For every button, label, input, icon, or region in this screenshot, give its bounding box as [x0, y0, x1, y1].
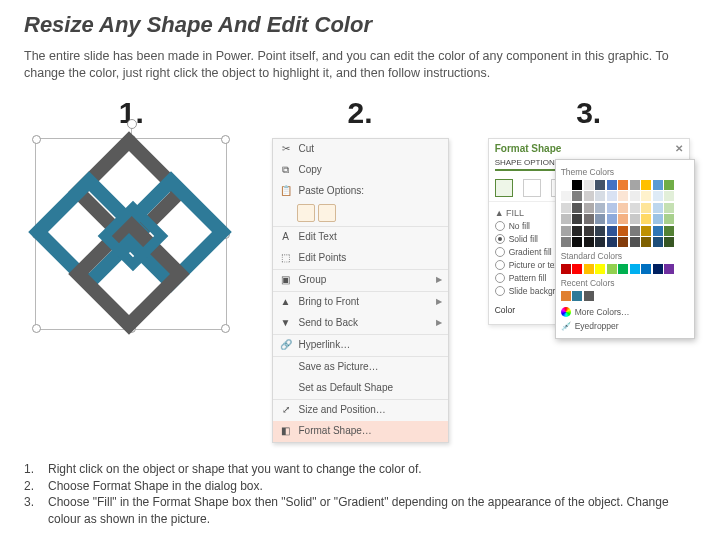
- color-swatch[interactable]: [584, 291, 594, 301]
- menu-hyperlink[interactable]: 🔗Hyperlink…: [273, 334, 448, 356]
- color-swatch[interactable]: [584, 226, 594, 236]
- paste-option-2[interactable]: [318, 204, 336, 222]
- color-swatch[interactable]: [561, 264, 571, 274]
- color-swatch[interactable]: [584, 237, 594, 247]
- color-swatch[interactable]: [618, 226, 628, 236]
- color-swatch[interactable]: [653, 191, 663, 201]
- radio-icon: [495, 247, 505, 257]
- fill-line-category-icon[interactable]: [495, 179, 513, 197]
- resize-handle-br[interactable]: [221, 324, 230, 333]
- color-swatch[interactable]: [630, 203, 640, 213]
- color-swatch[interactable]: [595, 180, 605, 190]
- color-swatch[interactable]: [630, 180, 640, 190]
- color-swatch[interactable]: [584, 214, 594, 224]
- menu-bring-front[interactable]: ▲Bring to Front▶: [273, 291, 448, 313]
- color-swatch[interactable]: [572, 191, 582, 201]
- menu-save-picture[interactable]: Save as Picture…: [273, 356, 448, 378]
- color-swatch[interactable]: [653, 180, 663, 190]
- color-swatch[interactable]: [664, 264, 674, 274]
- color-swatch[interactable]: [664, 203, 674, 213]
- color-swatch[interactable]: [641, 264, 651, 274]
- color-swatch[interactable]: [664, 214, 674, 224]
- color-swatch[interactable]: [618, 191, 628, 201]
- color-swatch[interactable]: [595, 203, 605, 213]
- color-swatch[interactable]: [572, 264, 582, 274]
- color-swatch[interactable]: [572, 291, 582, 301]
- color-swatch[interactable]: [630, 214, 640, 224]
- color-swatch[interactable]: [641, 237, 651, 247]
- color-swatch[interactable]: [618, 264, 628, 274]
- menu-send-back[interactable]: ▼Send to Back▶: [273, 313, 448, 334]
- color-swatch[interactable]: [561, 226, 571, 236]
- color-swatch[interactable]: [653, 237, 663, 247]
- menu-cut[interactable]: ✂Cut: [273, 139, 448, 160]
- menu-edit-points[interactable]: ⬚Edit Points: [273, 248, 448, 269]
- color-swatch[interactable]: [618, 214, 628, 224]
- color-swatch[interactable]: [584, 264, 594, 274]
- color-swatch[interactable]: [664, 191, 674, 201]
- more-colors-link[interactable]: More Colors…: [561, 305, 689, 319]
- color-swatch[interactable]: [630, 264, 640, 274]
- paste-option-1[interactable]: [297, 204, 315, 222]
- color-swatch[interactable]: [630, 226, 640, 236]
- menu-set-default[interactable]: Set as Default Shape: [273, 378, 448, 399]
- color-swatch[interactable]: [630, 237, 640, 247]
- color-swatch[interactable]: [607, 191, 617, 201]
- color-swatch[interactable]: [561, 214, 571, 224]
- color-swatch[interactable]: [641, 191, 651, 201]
- color-swatch[interactable]: [572, 237, 582, 247]
- menu-group[interactable]: ▣Group▶: [273, 269, 448, 291]
- color-swatch[interactable]: [561, 191, 571, 201]
- color-swatch[interactable]: [584, 191, 594, 201]
- color-swatch[interactable]: [584, 180, 594, 190]
- step-2-column: 2. ✂Cut ⧉Copy 📋Paste Options: AEdit Text…: [253, 96, 468, 443]
- color-swatch[interactable]: [618, 203, 628, 213]
- color-swatch[interactable]: [561, 180, 571, 190]
- close-icon[interactable]: ✕: [675, 143, 683, 154]
- menu-size-position[interactable]: ⤢Size and Position…: [273, 399, 448, 421]
- color-swatch[interactable]: [561, 237, 571, 247]
- color-swatch[interactable]: [572, 226, 582, 236]
- effects-category-icon[interactable]: [523, 179, 541, 197]
- color-swatch[interactable]: [572, 203, 582, 213]
- color-swatch[interactable]: [572, 214, 582, 224]
- color-swatch[interactable]: [595, 191, 605, 201]
- color-swatch[interactable]: [664, 226, 674, 236]
- color-swatch[interactable]: [641, 214, 651, 224]
- color-swatch[interactable]: [641, 226, 651, 236]
- resize-handle-tr[interactable]: [221, 135, 230, 144]
- color-swatch[interactable]: [561, 291, 571, 301]
- color-swatch[interactable]: [572, 180, 582, 190]
- color-swatch[interactable]: [595, 226, 605, 236]
- resize-handle-bl[interactable]: [32, 324, 41, 333]
- color-swatch[interactable]: [607, 226, 617, 236]
- color-swatch[interactable]: [641, 180, 651, 190]
- color-swatch[interactable]: [664, 237, 674, 247]
- color-swatch[interactable]: [664, 180, 674, 190]
- menu-format-shape[interactable]: ◧Format Shape…: [273, 421, 448, 442]
- color-swatch[interactable]: [607, 264, 617, 274]
- menu-edit-text[interactable]: AEdit Text: [273, 226, 448, 248]
- color-swatch[interactable]: [607, 203, 617, 213]
- color-swatch[interactable]: [561, 203, 571, 213]
- color-swatch[interactable]: [607, 214, 617, 224]
- color-swatch[interactable]: [607, 180, 617, 190]
- color-swatch[interactable]: [595, 264, 605, 274]
- color-swatch[interactable]: [653, 264, 663, 274]
- shape-selection-box[interactable]: [35, 138, 227, 330]
- menu-copy[interactable]: ⧉Copy: [273, 160, 448, 181]
- color-swatch[interactable]: [595, 214, 605, 224]
- eyedropper-link[interactable]: 💉Eyedropper: [561, 319, 689, 333]
- color-swatch[interactable]: [653, 214, 663, 224]
- color-swatch[interactable]: [630, 191, 640, 201]
- tab-shape-options[interactable]: SHAPE OPTIONS: [495, 158, 560, 171]
- color-swatch[interactable]: [618, 180, 628, 190]
- color-swatch[interactable]: [653, 226, 663, 236]
- color-swatch[interactable]: [618, 237, 628, 247]
- color-swatch[interactable]: [607, 237, 617, 247]
- color-swatch[interactable]: [641, 203, 651, 213]
- color-swatch[interactable]: [595, 237, 605, 247]
- resize-handle-tl[interactable]: [32, 135, 41, 144]
- color-swatch[interactable]: [584, 203, 594, 213]
- color-swatch[interactable]: [653, 203, 663, 213]
